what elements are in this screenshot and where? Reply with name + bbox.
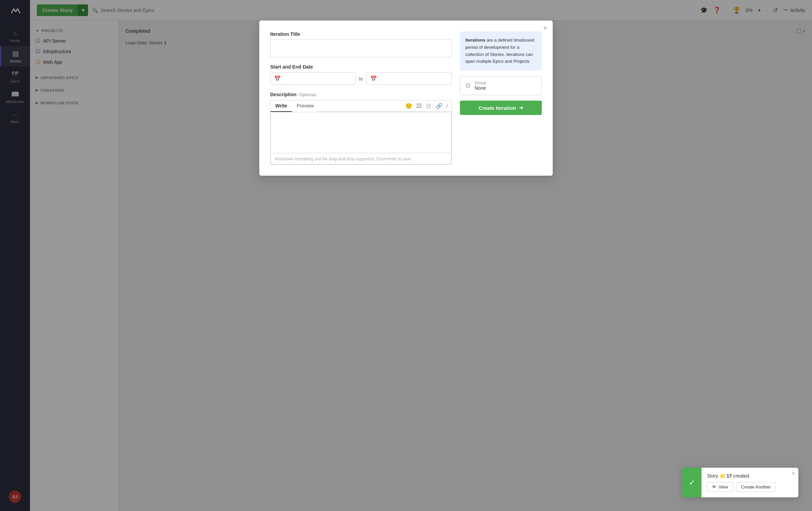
toast-create-another-button[interactable]: Create Another — [736, 482, 776, 492]
create-iter-arrow: ➜ — [519, 105, 523, 111]
start-date-wrap: 📅 — [270, 72, 356, 85]
toast-view-button[interactable]: 👁 View — [707, 482, 733, 492]
group-value: None — [475, 85, 486, 91]
date-section: Start and End Date 📅 to 📅 — [270, 64, 452, 85]
info-text-bold: Iterations — [465, 38, 485, 43]
description-section: Description Optional. Write Preview 🙂 🖼 … — [270, 92, 452, 165]
modal-overlay[interactable]: × Iteration Title Start and End Date 📅 t… — [0, 0, 812, 511]
desc-hint: Markdown formatting and file drag-and-dr… — [271, 155, 451, 164]
title-label: Iteration Title — [270, 31, 452, 37]
create-iteration-modal: × Iteration Title Start and End Date 📅 t… — [259, 20, 553, 176]
tab-write[interactable]: Write — [271, 100, 292, 112]
date-row: 📅 to 📅 — [270, 72, 452, 85]
toast-close-button[interactable]: × — [792, 470, 795, 477]
toast-message: Story 🌟 17 created. — [707, 473, 793, 479]
mention-icon[interactable]: @ — [426, 103, 431, 109]
end-date-input[interactable] — [380, 76, 448, 82]
story-emoji: 🌟 — [720, 473, 725, 479]
toast-actions: 👁 View Create Another — [707, 482, 793, 492]
desc-optional: Optional. — [299, 92, 317, 97]
group-selector[interactable]: ⚙ Group None — [460, 76, 542, 95]
toast-notification: ✓ Story 🌟 17 created. 👁 View Create Anot… — [682, 468, 798, 497]
toast-icon-wrap: ✓ — [682, 468, 701, 497]
desc-tab-bar: Write Preview 🙂 🖼 @ 🔗 I — [270, 100, 452, 112]
group-label: Group — [475, 81, 486, 85]
desc-label: Description — [270, 92, 296, 97]
iteration-title-input[interactable] — [270, 40, 452, 57]
toast-check-icon: ✓ — [689, 478, 695, 487]
group-info: Group None — [475, 81, 486, 91]
emoji-icon[interactable]: 🙂 — [405, 103, 412, 109]
start-date-input[interactable] — [284, 76, 352, 82]
modal-close-button[interactable]: × — [543, 25, 547, 31]
toast-body: Story 🌟 17 created. 👁 View Create Anothe… — [701, 468, 798, 497]
end-date-wrap: 📅 — [366, 72, 452, 85]
desc-box: Markdown formatting and file drag-and-dr… — [270, 112, 452, 165]
image-icon[interactable]: 🖼 — [416, 103, 422, 109]
calendar-start-icon: 📅 — [274, 75, 281, 82]
desc-label-row: Description Optional. — [270, 92, 452, 97]
italic-icon[interactable]: I — [447, 103, 448, 109]
modal-left-panel: Iteration Title Start and End Date 📅 to … — [270, 31, 452, 165]
date-label: Start and End Date — [270, 64, 452, 70]
modal-right-panel: Iterations are a defined timeboxed perio… — [460, 31, 542, 165]
group-icon: ⚙ — [465, 82, 471, 90]
to-label: to — [359, 76, 363, 82]
desc-textarea[interactable] — [271, 112, 451, 153]
create-iteration-button[interactable]: Create Iteration ➜ — [460, 101, 542, 115]
create-iter-label: Create Iteration — [478, 105, 516, 111]
story-number: 17 — [726, 473, 732, 479]
eye-icon: 👁 — [712, 484, 716, 490]
info-box: Iterations are a defined timeboxed perio… — [460, 31, 542, 71]
calendar-end-icon: 📅 — [370, 75, 377, 82]
tab-preview[interactable]: Preview — [292, 100, 319, 112]
link-icon[interactable]: 🔗 — [436, 103, 443, 109]
